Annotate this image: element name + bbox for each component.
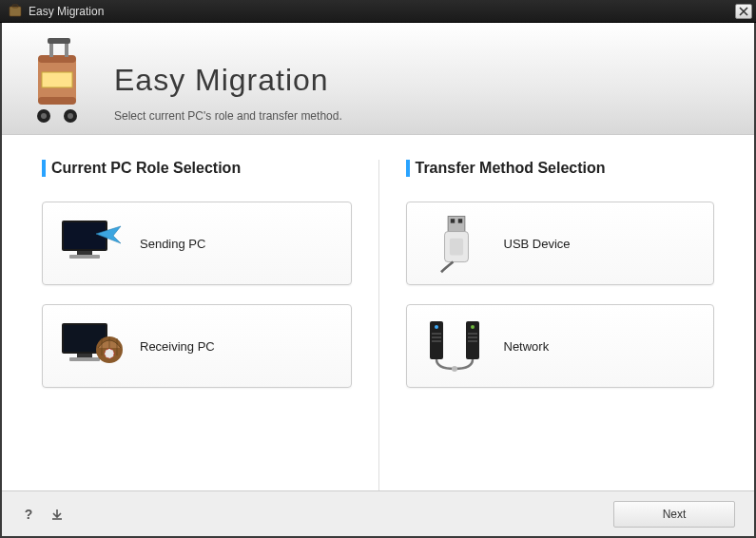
svg-rect-33 bbox=[432, 333, 441, 335]
role-column: Current PC Role Selection Sending PC bbox=[42, 160, 378, 490]
svg-point-41 bbox=[452, 366, 457, 372]
option-label: Receiving PC bbox=[140, 339, 215, 354]
option-label: Network bbox=[504, 339, 550, 354]
svg-rect-19 bbox=[77, 354, 92, 357]
svg-rect-34 bbox=[432, 336, 441, 338]
svg-point-9 bbox=[41, 113, 47, 119]
svg-rect-5 bbox=[49, 42, 53, 57]
svg-rect-40 bbox=[468, 340, 477, 342]
svg-rect-35 bbox=[432, 340, 441, 342]
svg-rect-4 bbox=[38, 97, 76, 105]
svg-rect-6 bbox=[65, 42, 68, 57]
monitor-send-icon bbox=[56, 213, 128, 274]
svg-point-32 bbox=[435, 325, 438, 329]
content: Current PC Role Selection Sending PC bbox=[2, 135, 754, 490]
svg-rect-15 bbox=[77, 251, 92, 255]
app-icon bbox=[8, 4, 23, 19]
option-network[interactable]: Network bbox=[406, 304, 715, 388]
svg-rect-28 bbox=[457, 219, 461, 222]
header-subtitle: Select current PC's role and transfer me… bbox=[114, 109, 342, 123]
svg-rect-39 bbox=[468, 336, 477, 338]
option-usb-device[interactable]: USB Device bbox=[406, 202, 715, 285]
svg-rect-3 bbox=[38, 55, 76, 63]
option-sending-pc[interactable]: Sending PC bbox=[42, 202, 352, 285]
svg-rect-38 bbox=[468, 333, 477, 335]
help-button[interactable]: ? bbox=[21, 507, 36, 522]
app-title: Easy Migration bbox=[114, 63, 342, 98]
svg-point-25 bbox=[105, 349, 114, 358]
monitor-catch-icon bbox=[56, 316, 128, 376]
svg-rect-27 bbox=[450, 219, 454, 222]
titlebar: Easy Migration bbox=[0, 0, 756, 23]
svg-rect-0 bbox=[10, 7, 21, 16]
option-label: Sending PC bbox=[140, 237, 205, 251]
next-button[interactable]: Next bbox=[613, 501, 735, 528]
svg-rect-16 bbox=[69, 255, 100, 259]
svg-point-11 bbox=[68, 113, 73, 119]
svg-rect-20 bbox=[69, 357, 100, 361]
method-column: Transfer Method Selection USB Device bbox=[378, 160, 715, 490]
svg-point-37 bbox=[471, 325, 475, 329]
window-title: Easy Migration bbox=[29, 5, 735, 18]
network-icon bbox=[420, 316, 493, 376]
usb-icon bbox=[420, 213, 493, 274]
luggage-icon bbox=[21, 36, 97, 131]
option-receiving-pc[interactable]: Receiving PC bbox=[42, 304, 352, 388]
svg-rect-14 bbox=[64, 222, 106, 249]
svg-rect-12 bbox=[42, 72, 72, 87]
svg-rect-7 bbox=[48, 38, 70, 44]
role-heading: Current PC Role Selection bbox=[42, 160, 352, 177]
close-button[interactable] bbox=[735, 4, 752, 19]
update-button[interactable] bbox=[49, 507, 65, 522]
svg-rect-30 bbox=[449, 239, 462, 256]
method-heading: Transfer Method Selection bbox=[406, 160, 715, 177]
option-label: USB Device bbox=[504, 237, 571, 251]
window-body: Easy Migration Select current PC's role … bbox=[2, 23, 754, 536]
header: Easy Migration Select current PC's role … bbox=[2, 23, 754, 135]
footer: ? Next bbox=[2, 490, 754, 536]
svg-rect-26 bbox=[448, 217, 465, 232]
